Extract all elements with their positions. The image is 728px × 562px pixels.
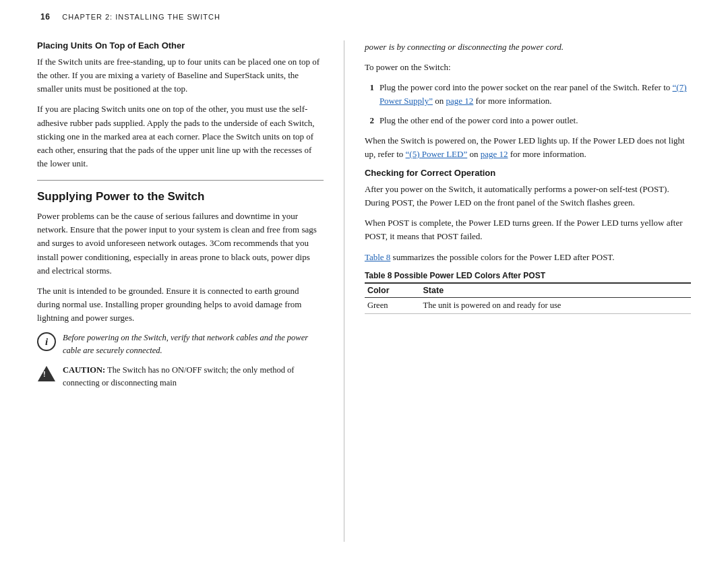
para-after-steps: When the Switch is powered on, the Power… (365, 134, 691, 161)
note-text: Before powering on the Switch, verify th… (63, 332, 324, 357)
table-header-row: Color State (365, 283, 691, 298)
table-cell-state: The unit is powered on and ready for use (421, 297, 691, 313)
section1-heading: Placing Units On Top of Each Other (37, 40, 324, 51)
section-divider (37, 180, 324, 181)
caution-box: CAUTION: The Switch has no ON/OFF switch… (37, 364, 324, 389)
table-caption: Possible Power LED Colors After POST (394, 271, 545, 280)
table-label: Table 8 Possible Power LED Colors After … (365, 271, 691, 280)
page-header: 16 Chapter 2: Installing the Switch (0, 0, 728, 28)
checking-para1: After you power on the Switch, it automa… (365, 183, 691, 210)
table-col-color: Color (365, 283, 421, 298)
page-number: 16 (40, 12, 50, 22)
table-cell-color: Green (365, 297, 421, 313)
step-1: 1 Plug the power cord into the power soc… (365, 81, 691, 108)
step-1-link2[interactable]: page 12 (446, 96, 473, 106)
step-2: 2 Plug the other end of the power cord i… (365, 114, 691, 127)
section2-para2: The unit is intended to be grounded. Ens… (37, 284, 324, 325)
step-1-text2: on (433, 96, 446, 106)
checking-heading: Checking for Correct Operation (365, 168, 691, 178)
table-ref-text2: summarizes the possible colors for the P… (390, 252, 614, 262)
left-column: Placing Units On Top of Each Other If th… (37, 40, 344, 542)
step-1-text1: Plug the power cord into the power socke… (380, 82, 673, 92)
section1-para1: If the Switch units are free-standing, u… (37, 55, 324, 96)
italic-continuation: power is by connecting or disconnecting … (365, 40, 691, 54)
step-1-num: 1 (365, 81, 374, 108)
table-number: Table 8 (365, 271, 392, 280)
numbered-steps: 1 Plug the power cord into the power soc… (365, 81, 691, 127)
caution-label: CAUTION: (63, 365, 105, 375)
power-led-table: Color State Green The unit is powered on… (365, 282, 691, 314)
step-1-text3: for more information. (473, 96, 551, 106)
step-2-text: Plug the other end of the power cord int… (380, 114, 691, 127)
checking-para2: When POST is complete, the Power LED tur… (365, 216, 691, 243)
table-ref-link[interactable]: Table 8 (365, 252, 390, 262)
note-box: i Before powering on the Switch, verify … (37, 332, 324, 357)
para-after-text3: for more information. (508, 149, 586, 159)
section1-para2: If you are placing Switch units one on t… (37, 102, 324, 170)
table-col-state: State (421, 283, 691, 298)
caution-triangle (38, 366, 55, 381)
para-after-link2[interactable]: page 12 (481, 149, 508, 159)
page: 16 Chapter 2: Installing the Switch Plac… (0, 0, 728, 562)
section2-heading: Supplying Power to the Switch (37, 190, 324, 204)
to-power-text: To power on the Switch: (365, 61, 691, 74)
info-icon: i (37, 332, 56, 351)
chapter-title: Chapter 2: Installing the Switch (62, 13, 220, 21)
step-2-num: 2 (365, 114, 374, 127)
caution-icon (37, 365, 56, 383)
table-ref-para: Table 8 summarizes the possible colors f… (365, 251, 691, 264)
content-area: Placing Units On Top of Each Other If th… (0, 28, 728, 562)
caution-text: CAUTION: The Switch has no ON/OFF switch… (63, 364, 324, 389)
para-after-text2: on (467, 149, 481, 159)
step-1-text: Plug the power cord into the power socke… (380, 81, 691, 108)
right-column: power is by connecting or disconnecting … (344, 40, 691, 542)
para-after-link1[interactable]: “(5) Power LED” (406, 149, 468, 159)
section2-para1: Power problems can be the cause of serio… (37, 210, 324, 278)
table-row: Green The unit is powered on and ready f… (365, 297, 691, 313)
